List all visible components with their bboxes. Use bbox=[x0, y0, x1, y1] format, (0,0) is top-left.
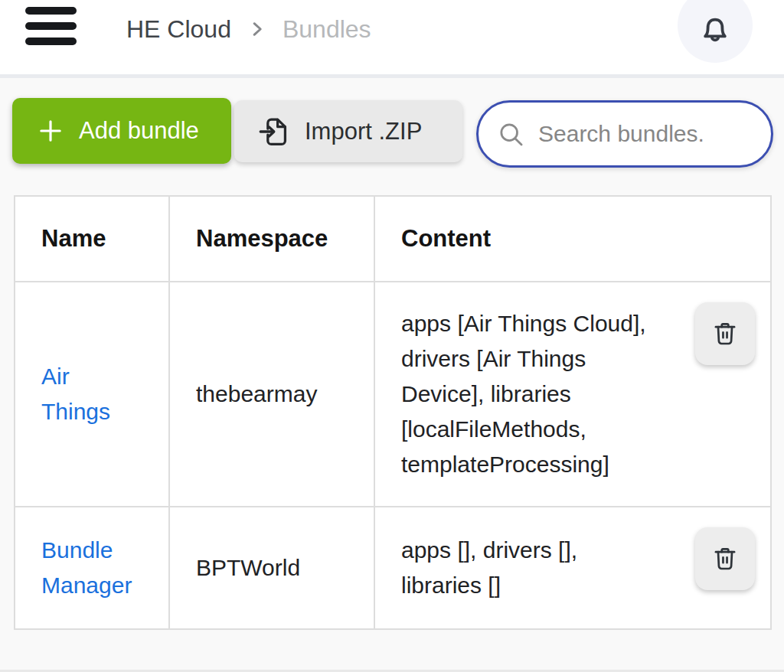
bundles-table: Name Namespace Content Air Things thebea… bbox=[14, 195, 772, 630]
bundle-content: apps [], drivers [], libraries [] bbox=[401, 533, 655, 603]
column-header-content: Content bbox=[374, 196, 771, 282]
trash-icon bbox=[710, 319, 740, 348]
delete-bundle-button[interactable] bbox=[695, 527, 755, 590]
file-import-icon bbox=[257, 114, 292, 149]
breadcrumb-current: Bundles bbox=[283, 15, 371, 44]
search-box[interactable] bbox=[476, 100, 773, 168]
plus-icon bbox=[35, 116, 66, 146]
table-row: Air Things thebearmay apps [Air Things C… bbox=[15, 282, 771, 507]
table-row: Bundle Manager BPTWorld apps [], drivers… bbox=[15, 507, 771, 629]
delete-bundle-button[interactable] bbox=[695, 302, 755, 365]
search-input[interactable] bbox=[537, 120, 756, 148]
bell-icon bbox=[697, 13, 733, 50]
column-header-namespace: Namespace bbox=[169, 196, 374, 282]
app-header: HE Cloud Bundles bbox=[0, 0, 784, 78]
hamburger-menu-icon bbox=[25, 7, 77, 45]
import-zip-label: Import .ZIP bbox=[305, 118, 422, 145]
menu-button[interactable] bbox=[25, 7, 77, 45]
table-header-row: Name Namespace Content bbox=[15, 196, 771, 282]
add-bundle-button[interactable]: Add bundle bbox=[12, 98, 231, 164]
breadcrumb-parent[interactable]: HE Cloud bbox=[126, 15, 231, 44]
add-bundle-label: Add bundle bbox=[79, 117, 199, 145]
bundle-namespace: BPTWorld bbox=[169, 507, 374, 629]
import-zip-button[interactable]: Import .ZIP bbox=[234, 100, 462, 162]
bundle-namespace: thebearmay bbox=[169, 282, 374, 507]
notifications-button[interactable] bbox=[678, 0, 753, 63]
search-icon bbox=[497, 120, 525, 148]
bundle-content: apps [Air Things Cloud], drivers [Air Th… bbox=[401, 306, 655, 482]
chevron-right-icon bbox=[247, 18, 267, 41]
trash-icon bbox=[710, 544, 740, 573]
breadcrumb: HE Cloud Bundles bbox=[126, 0, 371, 58]
bundle-name-link[interactable]: Air Things bbox=[41, 359, 136, 429]
column-header-name: Name bbox=[15, 196, 169, 282]
bundle-name-link[interactable]: Bundle Manager bbox=[41, 533, 136, 603]
